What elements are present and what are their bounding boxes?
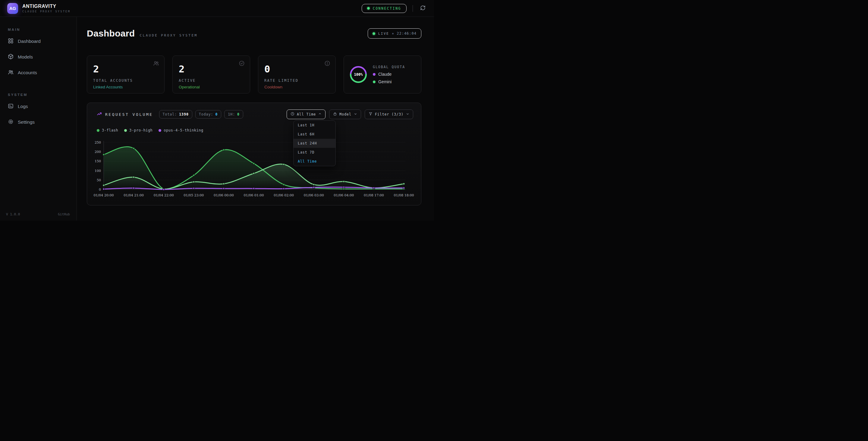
live-clock: 22:46:04 <box>397 31 416 36</box>
app-version: V 1.0.0 <box>6 212 20 216</box>
clock-icon <box>290 112 294 117</box>
dropdown-item-last-6h[interactable]: Last 6H <box>293 130 336 139</box>
stat-label: TOTAL ACCOUNTS <box>93 79 158 83</box>
legend-dot-icon <box>158 129 161 132</box>
sidebar-item-accounts[interactable]: Accounts <box>3 66 73 80</box>
app-subtitle: CLAUDE PROXY SYSTEM <box>22 10 70 13</box>
stat-card-rate-limited: 0 RATE LIMITED Cooldown <box>258 56 336 93</box>
users-icon <box>8 69 13 76</box>
svg-text:01/04 22:00: 01/04 22:00 <box>154 193 174 197</box>
app-window: AG ANTIGRAVITY CLAUDE PROXY SYSTEM CONNE… <box>0 0 434 220</box>
funnel-icon <box>369 112 373 117</box>
dropdown-item-last-24h[interactable]: Last 24H <box>293 139 336 148</box>
grid-icon <box>8 38 13 45</box>
chart-legend: 3-flash 3-pro-high opus-4-5-thinking <box>97 128 204 133</box>
stat-card-active: 2 ACTIVE Operational <box>173 56 250 93</box>
svg-text:250: 250 <box>95 141 101 145</box>
claude-dot-icon <box>373 73 375 76</box>
sidebar-item-logs[interactable]: Logs <box>3 99 73 113</box>
filter-button[interactable]: Filter (3/3) <box>365 110 413 119</box>
stats-row: 2 TOTAL ACCOUNTS Linked Accounts 2 ACTIV… <box>87 56 421 93</box>
quota-item-label: Gemini <box>378 79 392 84</box>
topbar-divider <box>412 5 413 12</box>
stat-label: ACTIVE <box>179 79 244 83</box>
connection-status-badge: CONNECTING <box>362 4 407 13</box>
svg-text:01/05 23:00: 01/05 23:00 <box>184 193 204 197</box>
live-dot-icon <box>373 32 375 35</box>
sidebar-item-label: Logs <box>18 104 28 109</box>
app-logo: AG <box>7 3 18 14</box>
cube-icon <box>8 54 13 61</box>
chart-title: REQUEST VOLUME <box>105 112 153 117</box>
svg-text:01/08 17:00: 01/08 17:00 <box>364 193 384 197</box>
quota-label: GLOBAL QUOTA <box>373 65 405 69</box>
quota-percent: 100% <box>354 72 363 77</box>
one-hour-badge: 1H: 0 <box>224 110 243 119</box>
separator-dot-icon <box>392 33 394 34</box>
time-range-dropdown: Last 1H Last 6H Last 24H Last 7D All Tim… <box>293 120 336 166</box>
svg-text:01/04 20:00: 01/04 20:00 <box>94 193 114 197</box>
sidebar-section-system: SYSTEM <box>8 93 76 96</box>
refresh-button[interactable] <box>419 4 427 12</box>
svg-text:01/06 04:00: 01/06 04:00 <box>334 193 354 197</box>
brand: AG ANTIGRAVITY CLAUDE PROXY SYSTEM <box>7 3 70 14</box>
stat-value: 2 <box>179 64 244 74</box>
svg-text:0: 0 <box>99 187 101 192</box>
svg-text:01/06 01:00: 01/06 01:00 <box>244 193 264 197</box>
quota-item-gemini: Gemini <box>373 79 405 84</box>
svg-text:150: 150 <box>95 159 101 163</box>
global-quota-card: 100% GLOBAL QUOTA Claude Gemini <box>344 56 421 93</box>
box-icon <box>333 112 337 117</box>
svg-text:100: 100 <box>95 169 101 173</box>
users-icon <box>153 60 159 67</box>
dropdown-item-last-7d[interactable]: Last 7D <box>293 148 336 157</box>
page-subtitle: CLAUDE PROXY SYSTEM <box>140 33 197 37</box>
quota-ring: 100% <box>349 65 367 84</box>
chevron-down-icon <box>354 112 357 116</box>
total-badge: Total: 1390 <box>159 110 192 119</box>
stat-card-total-accounts: 2 TOTAL ACCOUNTS Linked Accounts <box>87 56 164 93</box>
sidebar-item-dashboard[interactable]: Dashboard <box>3 34 73 48</box>
refresh-icon <box>420 5 426 12</box>
stat-value: 2 <box>93 64 158 74</box>
quota-item-label: Claude <box>378 72 392 77</box>
sidebar-item-settings[interactable]: Settings <box>3 115 73 129</box>
legend-item-3-pro-high[interactable]: 3-pro-high <box>124 128 153 133</box>
svg-text:01/06 02:00: 01/06 02:00 <box>274 193 294 197</box>
sidebar-item-label: Dashboard <box>18 39 41 44</box>
gemini-dot-icon <box>373 81 375 83</box>
chevron-up-icon <box>318 112 321 116</box>
status-dot-icon <box>367 7 370 10</box>
time-range-button[interactable]: All Time <box>287 110 326 119</box>
request-volume-card: REQUEST VOLUME Total: 1390 Today: 0 <box>87 102 421 205</box>
stat-sublabel: Linked Accounts <box>93 85 158 89</box>
legend-item-3-flash[interactable]: 3-flash <box>97 128 118 133</box>
chevron-down-icon <box>406 112 409 116</box>
app-title: ANTIGRAVITY <box>22 4 70 9</box>
stat-sublabel: Cooldown <box>264 85 330 89</box>
github-link[interactable]: GitHub <box>58 212 70 216</box>
svg-text:50: 50 <box>97 178 101 182</box>
gear-icon <box>8 119 13 126</box>
stat-sublabel: Operational <box>179 85 244 89</box>
sidebar-item-models[interactable]: Models <box>3 50 73 64</box>
quota-item-claude: Claude <box>373 72 405 77</box>
model-filter-button[interactable]: Model <box>329 110 361 119</box>
dropdown-item-all-time[interactable]: All Time <box>293 157 336 166</box>
legend-item-opus[interactable]: opus-4-5-thinking <box>158 128 203 133</box>
dropdown-item-last-1h[interactable]: Last 1H <box>293 121 336 130</box>
stat-label: RATE LIMITED <box>264 79 330 83</box>
svg-text:01/04 21:00: 01/04 21:00 <box>124 193 144 197</box>
trending-up-icon <box>97 111 102 118</box>
sidebar-item-label: Models <box>18 54 33 60</box>
main-content: Dashboard CLAUDE PROXY SYSTEM LIVE 22:46… <box>77 17 434 220</box>
page-title: Dashboard <box>87 28 135 39</box>
sidebar-section-main: MAIN <box>8 28 76 31</box>
svg-text:01/06 03:00: 01/06 03:00 <box>304 193 324 197</box>
sidebar-item-label: Settings <box>18 119 35 125</box>
topbar: AG ANTIGRAVITY CLAUDE PROXY SYSTEM CONNE… <box>0 0 434 17</box>
live-status-badge: LIVE 22:46:04 <box>368 28 421 39</box>
legend-dot-icon <box>97 129 99 132</box>
live-label: LIVE <box>378 32 390 36</box>
svg-text:01/06 00:00: 01/06 00:00 <box>214 193 234 197</box>
